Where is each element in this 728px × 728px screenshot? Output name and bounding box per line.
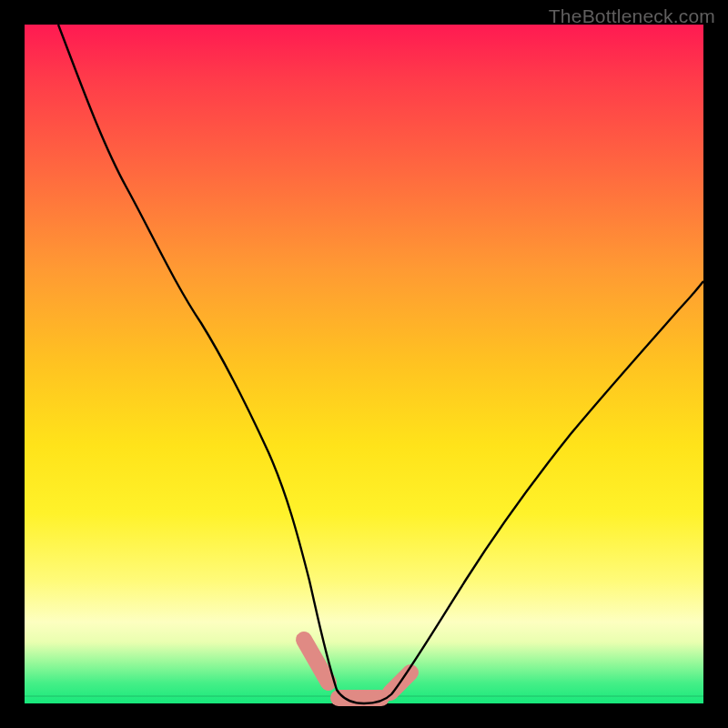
bottleneck-curve (58, 25, 703, 703)
chart-frame: TheBottleneck.com (0, 0, 728, 728)
chart-svg (25, 25, 703, 703)
watermark-text: TheBottleneck.com (549, 5, 715, 27)
